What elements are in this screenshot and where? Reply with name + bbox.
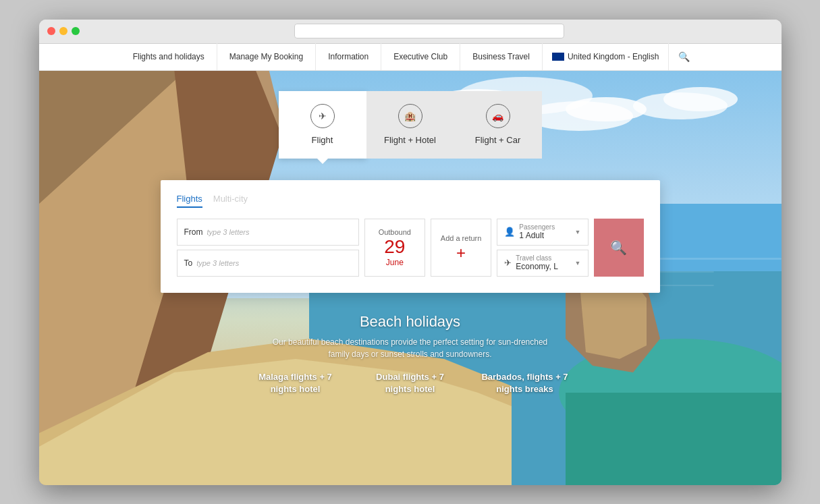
beach-link-barbados[interactable]: Barbados, flights + 7 nights breaks	[481, 371, 569, 395]
nav-search-button[interactable]: 🔍	[669, 43, 699, 70]
panel-tab-multi-city[interactable]: Multi-city	[213, 194, 248, 208]
title-bar	[39, 20, 782, 44]
search-panel: Flights Multi-city From type 3 letters T…	[161, 180, 660, 293]
return-label: Add a return	[441, 234, 482, 242]
nav-locale-selector[interactable]: United Kingdom - English	[543, 43, 669, 70]
from-placeholder: type 3 letters	[207, 228, 250, 236]
tab-selector: ✈ Flight 🏨 Flight + Hotel 🚗 Flight + Car	[279, 91, 542, 159]
search-form: From type 3 letters To type 3 letters Ou…	[177, 219, 644, 277]
flight-car-tab-label: Flight + Car	[475, 135, 521, 145]
beach-link-malaga[interactable]: Malaga flights + 7 nights hotel	[252, 371, 339, 395]
passengers-dropdown-arrow: ▼	[575, 229, 581, 235]
outbound-day: 29	[384, 237, 405, 256]
beach-section-title: Beach holidays	[252, 313, 569, 331]
origin-dest-column: From type 3 letters To type 3 letters	[177, 219, 359, 277]
outbound-month: June	[386, 258, 404, 267]
nav-item-manage-booking[interactable]: Manage My Booking	[217, 43, 316, 70]
to-placeholder: type 3 letters	[196, 259, 239, 267]
from-field[interactable]: From type 3 letters	[177, 219, 359, 246]
beach-link-dubai[interactable]: Dubai flights + 7 nights hotel	[366, 371, 454, 395]
nav-item-executive-club[interactable]: Executive Club	[381, 43, 460, 70]
tab-flight[interactable]: ✈ Flight	[279, 91, 366, 159]
return-date-picker[interactable]: Add a return +	[431, 219, 492, 277]
browser-window: Flights and holidays Manage My Booking I…	[39, 20, 782, 485]
panel-tabs: Flights Multi-city	[177, 194, 644, 208]
flight-hotel-tab-label: Flight + Hotel	[384, 135, 436, 145]
passengers-class-column: 👤 Passengers 1 Adult ▼ ✈ Travel class	[497, 219, 588, 277]
outbound-date-picker[interactable]: Outbound 29 June	[364, 219, 425, 277]
from-label: From	[184, 227, 203, 237]
tab-flight-hotel[interactable]: 🏨 Flight + Hotel	[366, 91, 454, 159]
flight-hotel-tab-icon: 🏨	[398, 104, 422, 128]
panel-tab-flights[interactable]: Flights	[177, 194, 202, 208]
nav-item-information[interactable]: Information	[316, 43, 381, 70]
add-return-icon: +	[456, 245, 466, 261]
nav-item-business-travel[interactable]: Business Travel	[460, 43, 543, 70]
outbound-label: Outbound	[379, 228, 411, 236]
address-bar[interactable]	[294, 24, 564, 38]
travel-class-dropdown-arrow: ▼	[575, 260, 581, 267]
beach-links: Malaga flights + 7 nights hotel Dubai fl…	[252, 371, 569, 395]
close-button[interactable]	[47, 27, 55, 35]
traffic-lights	[47, 27, 80, 35]
search-icon: 🔍	[610, 240, 627, 256]
passengers-value: 1 Adult	[519, 231, 574, 240]
flight-tab-label: Flight	[312, 135, 333, 145]
uk-flag-icon	[552, 53, 564, 61]
travel-class-title: Travel class	[516, 254, 574, 262]
passengers-title: Passengers	[519, 223, 574, 231]
to-field[interactable]: To type 3 letters	[177, 250, 359, 277]
nav-bar: Flights and holidays Manage My Booking I…	[39, 44, 782, 71]
travel-class-value: Economy, L	[516, 262, 574, 271]
nav-item-flights-holidays[interactable]: Flights and holidays	[121, 43, 217, 70]
to-label: To	[184, 258, 193, 268]
minimize-button[interactable]	[59, 27, 67, 35]
main-content: ✈ Flight 🏨 Flight + Hotel 🚗 Flight + Car…	[39, 71, 782, 485]
beach-section: Beach holidays Our beautiful beach desti…	[252, 313, 569, 395]
search-button[interactable]: 🔍	[594, 219, 644, 277]
beach-section-description: Our beautiful beach destinations provide…	[269, 336, 552, 360]
flight-car-tab-icon: 🚗	[486, 104, 510, 128]
passengers-icon: 👤	[504, 227, 515, 237]
travel-class-dropdown[interactable]: ✈ Travel class Economy, L ▼	[497, 250, 588, 277]
maximize-button[interactable]	[72, 27, 80, 35]
flight-tab-icon: ✈	[310, 104, 335, 128]
travel-class-icon: ✈	[504, 258, 512, 268]
tab-flight-car[interactable]: 🚗 Flight + Car	[454, 91, 542, 159]
content-overlay: ✈ Flight 🏨 Flight + Hotel 🚗 Flight + Car…	[39, 71, 782, 485]
passengers-dropdown[interactable]: 👤 Passengers 1 Adult ▼	[497, 219, 588, 246]
